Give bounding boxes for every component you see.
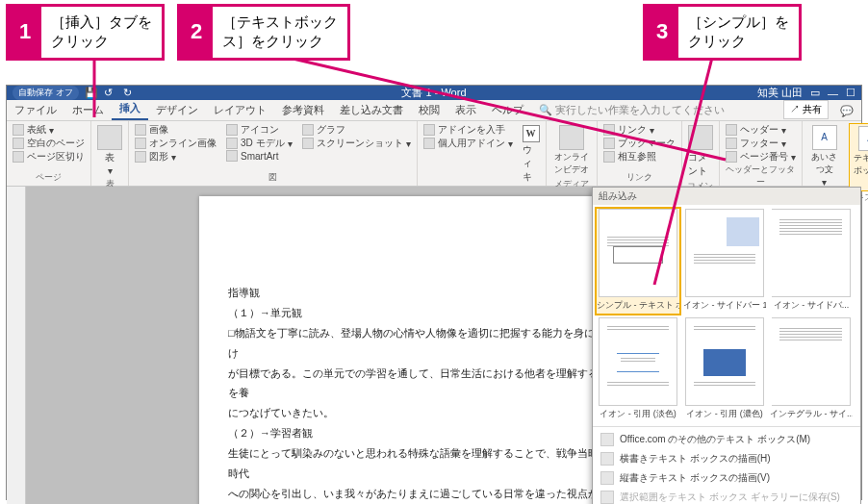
shapes-button[interactable]: 図形 ▾ [133, 150, 218, 164]
greeting-button[interactable]: Aあいさつ文▾ [806, 123, 843, 189]
page-break-icon [13, 151, 24, 163]
save-selection-to-gallery: 選択範囲をテキスト ボックス ギャラリーに保存(S) [593, 488, 860, 504]
redo-icon[interactable]: ↻ [123, 87, 137, 100]
callout-2-number: 2 [180, 7, 213, 58]
group-pages: 表紙 ▾ 空白のページ ページ区切り ページ [7, 121, 91, 186]
footer-button[interactable]: フッター ▾ [724, 137, 798, 150]
bookmark-button[interactable]: ブックマーク [601, 137, 677, 150]
chart-icon [302, 124, 314, 136]
tab-help[interactable]: ヘルプ [484, 100, 531, 120]
3d-models-button[interactable]: 3D モデル ▾ [224, 137, 294, 150]
gallery-item-ion-sidebar-1[interactable]: イオン - サイドバー 1 [683, 209, 766, 314]
get-addins-button[interactable]: アドインを入手 [421, 123, 515, 137]
draw-horizontal-textbox[interactable]: 横書きテキスト ボックスの描画(H) [593, 449, 860, 468]
store-icon [423, 124, 435, 136]
callout-2-text: ［テキストボック ス］をクリック [213, 7, 347, 58]
crossref-icon [603, 151, 615, 163]
callout-1: 1 ［挿入］タブを クリック [6, 4, 165, 61]
titlebar: 自動保存 オフ 💾 ↺ ↻ 文書 1 - Word 知美 山田 ▭ — ☐ [7, 86, 861, 100]
share-button[interactable]: ↗ 共有 [783, 100, 829, 119]
footer-icon [726, 138, 737, 149]
header-icon [726, 124, 737, 136]
callout-2: 2 ［テキストボック ス］をクリック [177, 4, 350, 61]
tab-layout[interactable]: レイアウト [206, 100, 274, 120]
callout-3-number: 3 [646, 7, 678, 58]
text-box-button[interactable]: Aテキストボックス▾ [849, 123, 868, 191]
thumb-ion-sidebar-1 [685, 209, 764, 297]
callout-1-text: ［挿入］タブを クリック [41, 7, 162, 58]
smartart-icon [226, 150, 238, 162]
link-button[interactable]: リンク ▾ [601, 123, 677, 137]
my-addins-icon [423, 138, 435, 149]
greeting-icon: A [812, 125, 837, 150]
more-textboxes-office[interactable]: Office.com のその他のテキスト ボックス(M) [593, 430, 860, 449]
smartart-button[interactable]: SmartArt [224, 150, 294, 162]
ribbon-tabs: ファイル ホーム 挿入 デザイン レイアウト 参考資料 差し込み文書 校閲 表示… [7, 100, 861, 121]
gallery-item-ion-quote-light[interactable]: イオン - 引用 (淡色) [597, 317, 679, 422]
comments-pane-icon[interactable]: 💬 [832, 102, 861, 120]
gallery-item-ion-sidebar-2[interactable]: イオン - サイドバ... [770, 209, 853, 314]
autosave-toggle[interactable]: 自動保存 オフ [13, 86, 79, 100]
online-pictures-button[interactable]: オンライン画像 [133, 137, 218, 150]
pictures-icon [135, 124, 146, 136]
my-addins-button[interactable]: 個人用アドイン ▾ [421, 137, 515, 150]
page-number-icon [726, 151, 737, 163]
gallery-menu: Office.com のその他のテキスト ボックス(M) 横書きテキスト ボック… [593, 426, 860, 504]
video-icon [559, 125, 584, 150]
callout-3: 3 ［シンプル］を クリック [643, 4, 802, 61]
ribbon-options-icon[interactable]: ▭ [810, 87, 820, 99]
crossref-button[interactable]: 相互参照 [601, 150, 677, 164]
tab-file[interactable]: ファイル [7, 100, 64, 120]
comment-icon [688, 125, 713, 150]
gallery-item-ion-quote-dark[interactable]: イオン - 引用 (濃色) [683, 317, 766, 422]
doc-heading: 指導観 [228, 283, 613, 303]
maximize-icon[interactable]: ☐ [846, 87, 855, 99]
minimize-icon[interactable]: — [828, 88, 838, 99]
tell-me-search[interactable]: 🔍 実行したい作業を入力してください [531, 100, 779, 120]
group-addins: アドインを入手 個人用アドイン ▾ Wウィキペディア アドイン [418, 121, 547, 186]
group-comments: コメント コメント [682, 121, 720, 186]
thumb-simple [599, 209, 677, 297]
page-break-button[interactable]: ページ区切り [11, 150, 87, 164]
cover-page-icon [13, 124, 24, 136]
group-media: オンラインビデオ メディア [547, 121, 598, 186]
wikipedia-icon: W [523, 125, 540, 142]
pictures-button[interactable]: 画像 [133, 123, 218, 137]
table-button[interactable]: 表▾ [95, 123, 124, 178]
screenshot-button[interactable]: スクリーンショット ▾ [300, 137, 413, 150]
undo-icon[interactable]: ↺ [104, 87, 117, 100]
save-icon[interactable]: 💾 [85, 87, 98, 100]
group-tables: 表▾ 表 [91, 121, 129, 186]
cover-page-button[interactable]: 表紙 ▾ [11, 123, 87, 137]
draw-v-icon [600, 471, 614, 485]
gallery-item-integral-sidebar[interactable]: インテグラル - サイ... [770, 317, 853, 422]
header-button[interactable]: ヘッダー ▾ [724, 123, 798, 137]
tab-review[interactable]: 校閲 [411, 100, 447, 120]
icons-icon [226, 124, 238, 136]
user-name[interactable]: 知美 山田 [757, 86, 803, 100]
save-gallery-icon [600, 491, 614, 504]
tab-insert[interactable]: 挿入 [112, 98, 148, 120]
word-window: 自動保存 オフ 💾 ↺ ↻ 文書 1 - Word 知美 山田 ▭ — ☐ ファ… [6, 85, 862, 500]
thumb-ion-quote-light [599, 317, 677, 406]
text-box-icon: A [858, 126, 868, 151]
tab-view[interactable]: 表示 [447, 100, 484, 120]
tab-references[interactable]: 参考資料 [274, 100, 332, 120]
group-text: Aあいさつ文▾ Aテキストボックス▾ ▾ ▾ ▾ テキスト [803, 121, 868, 186]
gallery-header: 組み込み [593, 188, 860, 205]
gallery-item-simple[interactable]: シンプル - テキスト ボッ... [597, 209, 679, 314]
comment-button[interactable]: コメント [686, 123, 715, 180]
page[interactable]: 指導観 （１）→単元観 □物語文を丁寧に読み、登場人物の心情や人物像を適切に把握… [199, 196, 642, 504]
online-video-button[interactable]: オンラインビデオ [550, 123, 593, 178]
group-headerfooter: ヘッダー ▾ フッター ▾ ページ番号 ▾ ヘッダーとフッター [720, 121, 803, 186]
draw-vertical-textbox[interactable]: 縦書きテキスト ボックスの描画(V) [593, 468, 860, 488]
blank-page-button[interactable]: 空白のページ [11, 137, 87, 150]
thumb-ion-sidebar-2 [772, 209, 851, 297]
chart-button[interactable]: グラフ [300, 123, 413, 137]
tab-design[interactable]: デザイン [148, 100, 206, 120]
tab-home[interactable]: ホーム [64, 100, 112, 120]
tab-mailings[interactable]: 差し込み文書 [332, 100, 411, 120]
group-illustrations: 画像 オンライン画像 図形 ▾ アイコン 3D モデル ▾ SmartArt グ… [129, 121, 418, 186]
page-number-button[interactable]: ページ番号 ▾ [724, 150, 798, 164]
icons-button[interactable]: アイコン [224, 123, 294, 137]
